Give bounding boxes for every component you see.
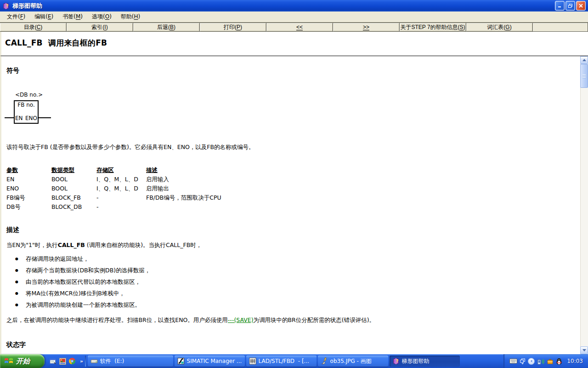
symbol-heading: 符号: [6, 67, 576, 75]
quick-launch-bar: [45, 357, 79, 365]
toolbar-button[interactable]: 打印(P): [199, 23, 266, 32]
description-outro: 之后，在被调用的功能块中继续进行程序处理。扫描BR位，以查找ENO。用户必须使用…: [6, 316, 576, 324]
bullet-item: 由当前的本地数据区代替以前的本地数据区，: [6, 276, 576, 288]
taskbar: 开始 » 软件 (E:)SIMATIC Manager ...LAD/STL/F…: [0, 354, 588, 368]
topic-header: CALL_FB 调用来自框的FB: [0, 32, 588, 56]
description-heading: 描述: [6, 226, 576, 234]
param-table-header: 存储区: [96, 166, 146, 175]
simatic-icon: [177, 357, 185, 365]
scroll-down-button[interactable]: [580, 346, 588, 354]
menu-item[interactable]: 文件(F): [2, 11, 30, 23]
param-table-cell: -: [96, 193, 146, 202]
quick-launch-more-chevron[interactable]: »: [79, 358, 84, 364]
help-window: ? 梯形图帮助 文件(F)编辑(E)书签(M)选项(O)帮助(H) 目录(C)索…: [0, 0, 588, 368]
page-title: CALL_FB 调用来自框的FB: [5, 38, 584, 48]
briefcase-icon[interactable]: [547, 358, 554, 364]
bullet-item: 将MA位(有效MCR位)移位到B堆栈中，: [6, 288, 576, 299]
taskbar-divider: [85, 356, 86, 367]
param-table-cell: EN: [6, 175, 51, 184]
drive-icon: [90, 357, 98, 365]
param-table-cell: BOOL: [51, 175, 96, 184]
chevron-up-icon: [582, 59, 586, 61]
toolbar: 目录(C)索引(I)后退(B)打印(P)<<>>关于STEP 7的帮助信息(S)…: [0, 22, 588, 32]
toolbar-button[interactable]: 词汇表(G): [466, 23, 533, 32]
param-table-cell: I、Q、M、L、D: [96, 175, 146, 184]
paint-icon: [321, 357, 328, 365]
taskbar-task-button[interactable]: LAD/STL/FBD - [...: [246, 356, 317, 367]
close-button[interactable]: [576, 1, 586, 11]
language-bar-icon[interactable]: [520, 358, 526, 364]
toolbar-button[interactable]: >>: [333, 23, 400, 32]
scrollbar-thumb[interactable]: [580, 64, 588, 88]
param-table-cell: DB号: [6, 202, 51, 212]
menu-item[interactable]: 帮助(H): [116, 11, 145, 23]
toolbar-button[interactable]: <<: [266, 23, 333, 32]
status-word-heading: 状态字: [6, 341, 576, 349]
toolbar-filler: [532, 23, 588, 32]
hide-icons-chevron[interactable]: ‹: [528, 358, 535, 365]
outro-pre: 之后，在被调用的功能块中继续进行程序处理。扫描BR位，以查找ENO。用户必须使用: [6, 316, 228, 323]
bullet-item: 存储调用块的返回地址，: [6, 253, 576, 264]
chevron-down-icon: [582, 349, 586, 351]
task-label: ob35.JPG - 画图: [330, 357, 372, 365]
system-tray: ‹ 10:03: [503, 354, 588, 368]
en-pin-label: EN: [15, 115, 23, 121]
param-table-header: 参数: [6, 166, 51, 175]
description-intro: 当EN为"1"时，执行CALL_FB (调用来自框的功能块)。当执行CALL_F…: [6, 241, 576, 249]
toolbar-button[interactable]: 目录(C): [0, 23, 67, 32]
start-button[interactable]: 开始: [0, 354, 45, 368]
param-table-cell: I、Q、M、L、D: [96, 184, 146, 193]
task-buttons: 软件 (E:)SIMATIC Manager ...LAD/STL/FBD - …: [87, 356, 460, 367]
menu-item[interactable]: 编辑(E): [30, 11, 58, 23]
param-table-cell: [146, 202, 576, 212]
minimize-button[interactable]: [555, 1, 565, 11]
param-table-cell: FB/DB编号，范围取决于CPU: [146, 193, 576, 202]
show-desktop-icon[interactable]: [49, 357, 57, 365]
menu-item[interactable]: 书签(M): [58, 11, 87, 23]
toolbar-button[interactable]: 关于STEP 7的帮助信息(S): [399, 23, 466, 32]
restore-button[interactable]: [565, 1, 575, 11]
toolbar-button[interactable]: 索引(I): [66, 23, 133, 32]
param-table-header: 描述: [146, 166, 576, 175]
lad-editor-icon: [249, 357, 256, 365]
taskbar-task-button[interactable]: ?梯形图帮助: [390, 356, 460, 367]
network-icon[interactable]: [537, 358, 544, 365]
param-table-cell: FB编号: [6, 193, 51, 202]
fb-number-label: FB no.: [15, 102, 38, 108]
parameter-table: 参数数据类型存储区描述ENBOOLI、Q、M、L、D启用输入ENOBOOLI、Q…: [6, 166, 576, 212]
fb-box: FB no. EN ENO: [14, 100, 39, 124]
windows-flag-icon: [4, 356, 13, 366]
task-label: 梯形图帮助: [402, 357, 430, 365]
taskbar-task-button[interactable]: SIMATIC Manager ...: [175, 356, 245, 367]
keyboard-icon[interactable]: [509, 358, 517, 364]
qq-icon[interactable]: [556, 358, 562, 365]
chrome-icon[interactable]: [68, 357, 76, 365]
param-table-cell: BOOL: [51, 184, 96, 193]
param-table-cell: ENO: [6, 184, 51, 193]
fb-block-diagram: <DB no.> FB no. EN ENO: [6, 92, 62, 125]
save-link[interactable]: ---(SAVE): [228, 316, 254, 323]
main-area: 符号 <DB no.> FB no. EN ENO 该符号取决于FB (是否带参…: [0, 56, 588, 354]
window-controls: [555, 1, 586, 11]
menubar: 文件(F)编辑(E)书签(M)选项(O)帮助(H): [0, 12, 588, 22]
param-table-cell: 启用输入: [146, 175, 576, 184]
tray-clock: 10:03: [567, 358, 583, 364]
bullet-item: 为被调用的功能块创建一个新的本地数据区。: [6, 299, 576, 310]
intro-pre: 当EN为"1"时，执行: [6, 242, 58, 248]
image-viewer-icon[interactable]: [59, 357, 66, 365]
task-label: LAD/STL/FBD - [...: [259, 358, 309, 364]
db-number-label: <DB no.>: [15, 92, 43, 98]
bullet-item: 存储两个当前数据块(DB和实例DB)的选择数据，: [6, 264, 576, 276]
scroll-up-button[interactable]: [580, 56, 588, 64]
svg-text:?: ?: [6, 4, 8, 8]
taskbar-task-button[interactable]: 软件 (E:): [88, 356, 173, 367]
svg-text:?: ?: [396, 359, 398, 363]
vertical-scrollbar[interactable]: [580, 56, 588, 354]
toolbar-button[interactable]: 后退(B): [133, 23, 200, 32]
symbol-paragraph: 该符号取决于FB (是否带参数以及带多少个参数)。它必须具有EN、ENO，以及F…: [6, 143, 576, 151]
description-bullets: 存储调用块的返回地址，存储两个当前数据块(DB和实例DB)的选择数据，由当前的本…: [6, 253, 576, 310]
taskbar-task-button[interactable]: ob35.JPG - 画图: [318, 356, 388, 367]
start-label: 开始: [16, 357, 30, 366]
menu-item[interactable]: 选项(O): [87, 11, 116, 23]
param-table-cell: -: [96, 202, 146, 212]
